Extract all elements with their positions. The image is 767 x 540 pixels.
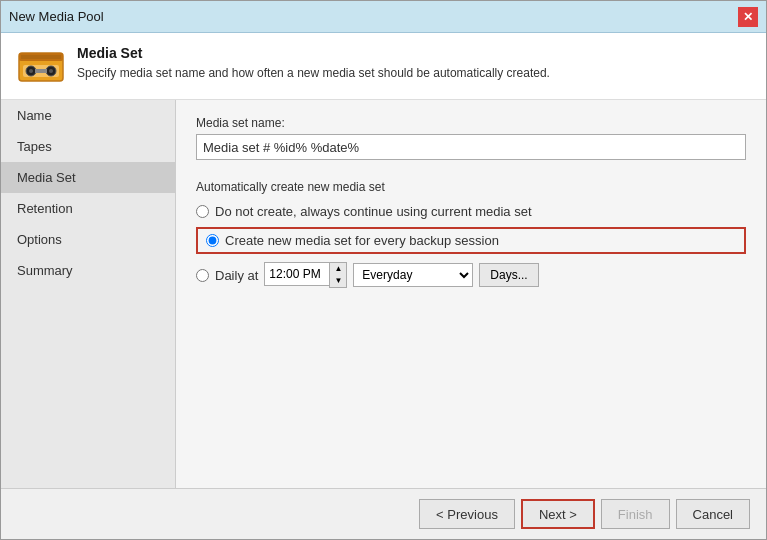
radio-every-backup-label: Create new media set for every backup se… <box>225 233 499 248</box>
main-content: Name Tapes Media Set Retention Options S… <box>1 100 766 488</box>
radio-do-not-create-label: Do not create, always continue using cur… <box>215 204 532 219</box>
radio-every-backup-input[interactable] <box>206 234 219 247</box>
frequency-dropdown[interactable]: Everyday Weekdays Weekends <box>353 263 473 287</box>
radio-daily-label: Daily at <box>215 268 258 283</box>
radio-every-backup[interactable]: Create new media set for every backup se… <box>196 227 746 254</box>
footer: < Previous Next > Finish Cancel <box>1 488 766 539</box>
header-section: Media Set Specify media set name and how… <box>1 33 766 100</box>
time-spinner-buttons: ▲ ▼ <box>329 262 347 288</box>
radio-daily-row: Daily at ▲ ▼ Everyday W <box>196 262 746 288</box>
daily-options: ▲ ▼ Everyday Weekdays Weekends Days... <box>264 262 538 288</box>
days-button[interactable]: Days... <box>479 263 538 287</box>
sidebar: Name Tapes Media Set Retention Options S… <box>1 100 176 488</box>
content-area: Media set name: Automatically create new… <box>176 100 766 488</box>
close-button[interactable]: ✕ <box>738 7 758 27</box>
sidebar-item-tapes[interactable]: Tapes <box>1 131 175 162</box>
dialog-window: New Media Pool ✕ Media Set Specify media… <box>0 0 767 540</box>
header-text: Media Set Specify media set name and how… <box>77 45 550 82</box>
svg-rect-7 <box>35 69 47 73</box>
time-input[interactable] <box>264 262 329 286</box>
svg-rect-8 <box>21 55 61 59</box>
previous-button[interactable]: < Previous <box>419 499 515 529</box>
radio-do-not-create[interactable]: Do not create, always continue using cur… <box>196 204 746 219</box>
radio-do-not-create-input[interactable] <box>196 205 209 218</box>
sidebar-item-options[interactable]: Options <box>1 224 175 255</box>
radio-group: Do not create, always continue using cur… <box>196 204 746 288</box>
media-set-name-label: Media set name: <box>196 116 746 130</box>
svg-point-6 <box>49 69 53 73</box>
dialog-title: New Media Pool <box>9 9 104 24</box>
header-description: Specify media set name and how often a n… <box>77 65 550 82</box>
media-set-name-input[interactable] <box>196 134 746 160</box>
cancel-button[interactable]: Cancel <box>676 499 750 529</box>
sidebar-item-name[interactable]: Name <box>1 100 175 131</box>
radio-daily-input[interactable] <box>196 269 209 282</box>
finish-button[interactable]: Finish <box>601 499 670 529</box>
svg-point-5 <box>29 69 33 73</box>
next-button[interactable]: Next > <box>521 499 595 529</box>
sidebar-item-retention[interactable]: Retention <box>1 193 175 224</box>
header-title: Media Set <box>77 45 550 61</box>
tape-icon <box>17 47 65 87</box>
sidebar-item-media-set[interactable]: Media Set <box>1 162 175 193</box>
time-down-button[interactable]: ▼ <box>330 275 346 287</box>
time-up-button[interactable]: ▲ <box>330 263 346 275</box>
title-bar: New Media Pool ✕ <box>1 1 766 33</box>
time-spinner: ▲ ▼ <box>264 262 347 288</box>
dialog-body: Media Set Specify media set name and how… <box>1 33 766 488</box>
auto-create-label: Automatically create new media set <box>196 180 746 194</box>
sidebar-item-summary[interactable]: Summary <box>1 255 175 286</box>
